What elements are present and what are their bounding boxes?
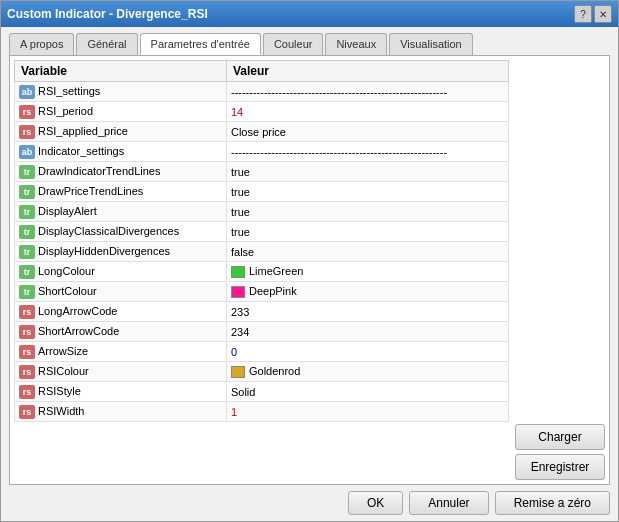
title-bar-buttons: ? ✕ xyxy=(574,5,612,23)
variable-name: LongColour xyxy=(38,265,95,277)
variable-cell[interactable]: rsShortArrowCode xyxy=(15,322,227,342)
variable-cell[interactable]: rsRSIStyle xyxy=(15,382,227,402)
type-badge: tr xyxy=(19,285,35,299)
value-text: 1 xyxy=(231,406,237,418)
type-badge: rs xyxy=(19,125,35,139)
table-row: rsRSI_applied_priceClose price xyxy=(15,122,509,142)
remise-button[interactable]: Remise a zéro xyxy=(495,491,610,515)
close-button[interactable]: ✕ xyxy=(594,5,612,23)
variable-cell[interactable]: rsRSIWidth xyxy=(15,402,227,422)
variable-name: LongArrowCode xyxy=(38,305,118,317)
tab-couleur[interactable]: Couleur xyxy=(263,33,324,55)
variable-cell[interactable]: trDrawIndicatorTrendLines xyxy=(15,162,227,182)
type-badge: tr xyxy=(19,225,35,239)
variable-cell[interactable]: trDisplayHiddenDivergences xyxy=(15,242,227,262)
table-row: abRSI_settings--------------------------… xyxy=(15,82,509,102)
variable-cell[interactable]: rsRSI_period xyxy=(15,102,227,122)
tab-bar: A propos Général Parametres d'entrée Cou… xyxy=(9,33,610,55)
value-cell[interactable]: Close price xyxy=(226,122,508,142)
value-cell[interactable]: 14 xyxy=(226,102,508,122)
value-text: Close price xyxy=(231,126,286,138)
table-row: abIndicator_settings--------------------… xyxy=(15,142,509,162)
table-row: trShortColourDeepPink xyxy=(15,282,509,302)
value-cell[interactable]: false xyxy=(226,242,508,262)
variable-cell[interactable]: rsRSI_applied_price xyxy=(15,122,227,142)
value-text: true xyxy=(231,186,250,198)
variable-cell[interactable]: abRSI_settings xyxy=(15,82,227,102)
table-row: trDisplayHiddenDivergencesfalse xyxy=(15,242,509,262)
variable-cell[interactable]: trDisplayAlert xyxy=(15,202,227,222)
value-cell[interactable]: 0 xyxy=(226,342,508,362)
variable-name: RSI_applied_price xyxy=(38,125,128,137)
type-badge: rs xyxy=(19,305,35,319)
variable-name: RSI_period xyxy=(38,105,93,117)
type-badge: ab xyxy=(19,85,35,99)
variable-cell[interactable]: rsArrowSize xyxy=(15,342,227,362)
table-row: trDisplayClassicalDivergencestrue xyxy=(15,222,509,242)
value-cell[interactable]: 234 xyxy=(226,322,508,342)
tab-content: Variable Valeur abRSI_settings----------… xyxy=(9,55,610,485)
value-cell[interactable]: DeepPink xyxy=(226,282,508,302)
type-badge: tr xyxy=(19,165,35,179)
window-content: A propos Général Parametres d'entrée Cou… xyxy=(1,27,618,521)
help-button[interactable]: ? xyxy=(574,5,592,23)
type-badge: rs xyxy=(19,325,35,339)
variable-cell[interactable]: trDisplayClassicalDivergences xyxy=(15,222,227,242)
table-row: rsShortArrowCode234 xyxy=(15,322,509,342)
tab-general[interactable]: Général xyxy=(76,33,137,55)
variable-cell[interactable]: trLongColour xyxy=(15,262,227,282)
value-text: 233 xyxy=(231,306,249,318)
value-text: 0 xyxy=(231,346,237,358)
table-row: trDrawPriceTrendLinestrue xyxy=(15,182,509,202)
type-badge: tr xyxy=(19,185,35,199)
variable-name: DrawIndicatorTrendLines xyxy=(38,165,160,177)
table-row: rsRSIColourGoldenrod xyxy=(15,362,509,382)
value-cell[interactable]: true xyxy=(226,162,508,182)
value-cell[interactable]: 1 xyxy=(226,402,508,422)
variable-cell[interactable]: abIndicator_settings xyxy=(15,142,227,162)
variable-name: DisplayHiddenDivergences xyxy=(38,245,170,257)
value-text: Goldenrod xyxy=(249,365,300,377)
variable-cell[interactable]: rsLongArrowCode xyxy=(15,302,227,322)
value-cell[interactable]: true xyxy=(226,182,508,202)
value-cell[interactable]: true xyxy=(226,202,508,222)
table-row: trLongColourLimeGreen xyxy=(15,262,509,282)
charger-button[interactable]: Charger xyxy=(515,424,605,450)
variable-cell[interactable]: rsRSIColour xyxy=(15,362,227,382)
value-cell[interactable]: ----------------------------------------… xyxy=(226,142,508,162)
value-cell[interactable]: 233 xyxy=(226,302,508,322)
value-cell[interactable]: true xyxy=(226,222,508,242)
annuler-button[interactable]: Annuler xyxy=(409,491,488,515)
table-area: Variable Valeur abRSI_settings----------… xyxy=(14,60,509,480)
value-text: true xyxy=(231,226,250,238)
tab-visualisation[interactable]: Visualisation xyxy=(389,33,473,55)
main-window: Custom Indicator - Divergence_RSI ? ✕ A … xyxy=(0,0,619,522)
tab-apropos[interactable]: A propos xyxy=(9,33,74,55)
variable-name: RSI_settings xyxy=(38,85,100,97)
value-cell[interactable]: Solid xyxy=(226,382,508,402)
type-badge: tr xyxy=(19,205,35,219)
value-text: Solid xyxy=(231,386,255,398)
value-cell[interactable]: Goldenrod xyxy=(226,362,508,382)
table-row: trDrawIndicatorTrendLinestrue xyxy=(15,162,509,182)
table-row: rsArrowSize0 xyxy=(15,342,509,362)
value-text: ----------------------------------------… xyxy=(231,146,447,158)
variable-name: DisplayClassicalDivergences xyxy=(38,225,179,237)
title-bar: Custom Indicator - Divergence_RSI ? ✕ xyxy=(1,1,618,27)
variable-cell[interactable]: trDrawPriceTrendLines xyxy=(15,182,227,202)
footer-buttons: OK Annuler Remise a zéro xyxy=(9,485,610,515)
tab-params[interactable]: Parametres d'entrée xyxy=(140,33,261,55)
variable-name: RSIColour xyxy=(38,365,89,377)
value-text: true xyxy=(231,206,250,218)
ok-button[interactable]: OK xyxy=(348,491,403,515)
variable-cell[interactable]: trShortColour xyxy=(15,282,227,302)
value-cell[interactable]: LimeGreen xyxy=(226,262,508,282)
variable-name: ShortArrowCode xyxy=(38,325,119,337)
table-container[interactable]: Variable Valeur abRSI_settings----------… xyxy=(14,60,509,480)
tab-niveaux[interactable]: Niveaux xyxy=(325,33,387,55)
enregistrer-button[interactable]: Enregistrer xyxy=(515,454,605,480)
value-text: 234 xyxy=(231,326,249,338)
value-cell[interactable]: ----------------------------------------… xyxy=(226,82,508,102)
variable-name: ArrowSize xyxy=(38,345,88,357)
value-text: ----------------------------------------… xyxy=(231,86,447,98)
